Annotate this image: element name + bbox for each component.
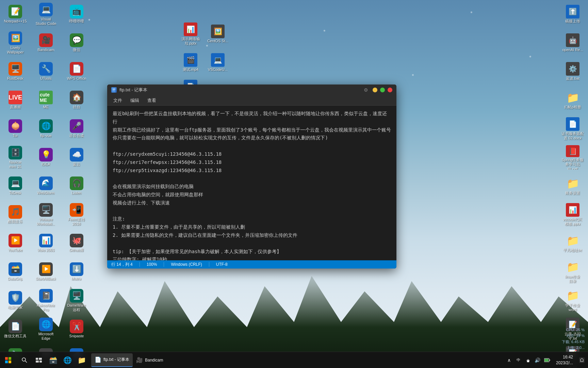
icon-linuxdoc[interactable]: 📄 证书服务器配置 02.docx [559, 115, 586, 142]
icon-bilibili[interactable]: 📺 哔哩哔哩 [63, 1, 90, 28]
tray-chevron[interactable]: ∧ [506, 357, 512, 364]
icon-huantipu[interactable]: 📁 幻帖p相册 [559, 87, 586, 114]
icon-listen[interactable]: 🎧 Listen [63, 172, 90, 200]
svg-rect-4 [5, 357, 8, 360]
icon-springpdf[interactable]: 📕 Spring任务服务学习总结.pdf [559, 144, 586, 171]
icon-todesk[interactable]: 💻 ToDesk [2, 172, 29, 200]
notepad-titlebar: ftp.txt - 记事本 ⚙ [107, 85, 396, 95]
svg-rect-16 [544, 359, 549, 362]
icon-live[interactable]: LIVE 直播姬 [2, 87, 29, 114]
tray-network[interactable] [525, 357, 532, 364]
notepad-title-text: ftp.txt - 记事本 [119, 87, 147, 93]
ul-stat: 上传: 2.0... [562, 345, 585, 351]
icon-lively-wallpaper[interactable]: 🖼️ Lively Wallpaper [2, 29, 29, 57]
icon-ftpvue[interactable]: 🌐 ftp-vue [32, 115, 60, 142]
svg-rect-10 [36, 358, 38, 360]
icon-rustdesk[interactable]: 🖥️ RustDesk [2, 58, 29, 85]
icon-idea[interactable]: 💡 IDEA [32, 144, 60, 171]
icon-notepadplus[interactable]: 📝 Notepad++15 [2, 1, 29, 28]
icon-wpsoffice[interactable]: 📄 WPS Office [63, 58, 90, 85]
svg-rect-15 [549, 359, 550, 361]
notepad-minimize-btn[interactable] [373, 88, 377, 92]
cpu-stat: CPU: 25 % [562, 327, 585, 333]
icon-tor[interactable]: 🧅 Tor [2, 115, 29, 142]
icon-datagrip[interactable]: 🗃️ DataGrip [2, 258, 29, 286]
desktop-icons-right: ⬆️ 稿接上传 🤖 openAI Re... ⚙️ 蓝波.bat 📁 幻帖p相册… [557, 0, 588, 368]
tray-lang[interactable]: 中 [515, 357, 522, 364]
icon-kuwo[interactable]: 🎵 酷我音乐 [2, 201, 29, 228]
icon-dameware[interactable]: 🖥️ DameWare远程 [63, 287, 90, 314]
notepad-settings-btn[interactable]: ⚙ [362, 86, 370, 94]
tray-datetime[interactable]: 16:42 2023/2/... [553, 354, 576, 366]
taskbar-start-button[interactable] [0, 352, 16, 368]
icon-bandicam[interactable]: 🎥 Bandicam [32, 29, 60, 57]
icon-msedge[interactable]: 🌐 MicrosoftEdge [32, 316, 60, 343]
svg-point-8 [22, 358, 26, 361]
desktop-icons-col1: 📝 Notepad++15 🖼️ Lively Wallpaper 🖥️ Rus… [0, 0, 31, 368]
taskbar-notepad-icon: 📄 [95, 356, 101, 363]
icon-pingfan[interactable]: 📁 平凡地址txt [559, 230, 586, 257]
icon-xuezhi[interactable]: 📁 学子作业word [559, 287, 586, 314]
taskbar-systray: ∧ 中 🔊 16:42 2023/2 [503, 352, 588, 368]
icon-jingzi[interactable]: 🏠 径自 [63, 87, 90, 114]
svg-rect-3 [113, 90, 115, 90]
icon-shangchuan[interactable]: ⬆️ 稿接上传 [559, 1, 586, 28]
status-zoom: 100% [147, 262, 157, 267]
icon-wechat[interactable]: 💬 微信 [63, 29, 90, 57]
icon-github[interactable]: 🐙 Github库 [63, 230, 90, 257]
notepad-statusbar: 行 14，列 4 100% Windows (CRLF) UTF-8 [107, 260, 396, 269]
icon-vscode[interactable]: 💻 VisualStudio Code [32, 1, 60, 28]
svg-line-9 [25, 361, 27, 363]
svg-rect-1 [113, 89, 115, 89]
icon-me[interactable]: cute ME ME [32, 87, 60, 114]
icon-visio[interactable]: 📊 Visio 2003 [32, 230, 60, 257]
menu-file[interactable]: 文件 [110, 96, 126, 105]
taskbar-explorer[interactable]: 📁 [75, 353, 88, 367]
taskbar-pinned: 🗃️ 🌐 📁 [16, 352, 90, 368]
icon-motrix[interactable]: ⬇️ Motrix [63, 258, 90, 286]
icon-navicat[interactable]: 🗄️ Navicatmim 15 [2, 144, 29, 171]
svg-rect-6 [5, 361, 8, 363]
icon-pcmgr[interactable]: 🛡️ 电脑管家 [2, 287, 29, 314]
icon-snipaste[interactable]: ✂️ Snipaste [63, 316, 90, 343]
icon-mp4[interactable]: 🎬 测试.mp4 [177, 49, 204, 76]
icon-pptx[interactable]: 📊 演示网络输垃.pptx [177, 20, 204, 48]
icon-startallback[interactable]: ▶️ StartAllBack [32, 258, 60, 286]
notepad-content[interactable]: 最近b站刷到一些把某云盘挂载到本地的视频，看了一下，不是很灵活，我介绍一种可以随… [107, 106, 396, 260]
desktop: ❄ ❄ ❄ ❄ ❄ ❄ ❄ ❄ ❄ ❄ 📝 Notepad++15 🖼️ Liv… [0, 0, 588, 368]
notepad-maximize-btn[interactable] [380, 88, 385, 92]
sys-monitor: CPU: 25 % 内存: 19 % 下载: 6.45 KB 上传: 2.0..… [562, 327, 585, 351]
icon-webstorm[interactable]: 🌊 WebStorm [32, 172, 60, 200]
svg-rect-11 [39, 358, 42, 360]
menu-view[interactable]: 查看 [144, 96, 160, 105]
icon-kakosnote[interactable]: 📓 KakosNotePro [32, 287, 60, 314]
icon-openai[interactable]: 🤖 openAI Re... [559, 29, 586, 57]
icon-centos[interactable]: 🖼️ CentOS St... [204, 20, 231, 48]
icon-yuyin[interactable]: 🎤 语音合成 [63, 115, 90, 142]
icon-zhangwu[interactable]: 📁 账务设置 [559, 172, 586, 200]
icon-bat[interactable]: ⚙️ 蓝波.bat [559, 58, 586, 85]
taskbar-bandicam-item[interactable]: 🎥 Bandicam [133, 353, 174, 367]
status-lineending: Windows (CRLF) [171, 262, 202, 267]
tray-sound[interactable]: 🔊 [534, 357, 541, 364]
taskbar-taskview[interactable] [32, 353, 46, 367]
tray-battery[interactable] [544, 357, 551, 364]
menu-edit[interactable]: 编辑 [127, 96, 143, 105]
tray-notifications[interactable] [578, 357, 585, 364]
icon-vscodepptx[interactable]: 📊 vscode代码模板.pptx [559, 201, 586, 228]
taskbar-notepad-item[interactable]: 📄 ftp.txt - 记事本 [91, 353, 133, 367]
icon-youtube[interactable]: ▶️ YouTube [2, 230, 29, 257]
taskbar-edge[interactable]: 🌐 [61, 353, 74, 367]
taskbar-bandicam-label: Bandicam [145, 358, 163, 363]
icon-bluecloud[interactable]: ☁️ 蓝云 [63, 144, 90, 171]
notepad-close-btn[interactable] [388, 88, 392, 92]
taskbar-search[interactable] [18, 353, 31, 367]
icon-utools[interactable]: 🔧 UTools [32, 58, 60, 85]
taskbar-datagrip[interactable]: 🗃️ [46, 353, 60, 367]
icon-wechat-doc[interactable]: 📄 微信文档工具 [2, 316, 29, 343]
taskbar: 🗃️ 🌐 📁 📄 ftp.txt - 记事本 🎥 Bandicam ∧ [0, 352, 588, 368]
icon-vscodeu[interactable]: 💻 VSCodeU... [204, 49, 231, 76]
icon-linux-folder[interactable]: 📁 linux作业目录 [559, 258, 586, 286]
icon-vmware[interactable]: 🖥️ VMwareWorkstati... [32, 201, 60, 228]
icon-feem[interactable]: 📲 Feem直传2018 [63, 201, 90, 228]
